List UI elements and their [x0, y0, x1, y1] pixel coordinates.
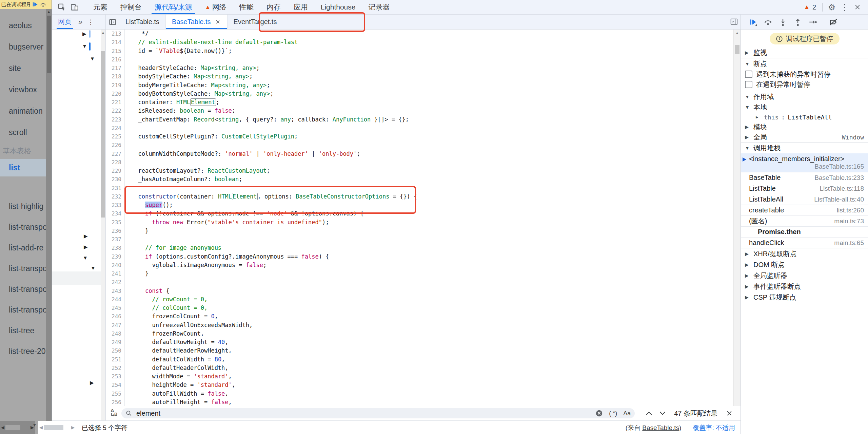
code-line[interactable]: 248 frozenRowCount, — [106, 329, 733, 338]
deactivate-breakpoints-icon[interactable] — [826, 16, 841, 28]
line-number[interactable]: 235 — [106, 218, 125, 227]
code-line[interactable]: 246 frozenColCount = 0, — [106, 312, 733, 321]
editor-file-tab[interactable]: EventTarget.ts — [228, 15, 283, 29]
code-line[interactable]: 239 if (options.customConfig?.imageAnony… — [106, 252, 733, 261]
resume-script-icon[interactable] — [746, 16, 761, 28]
clear-search-icon[interactable] — [595, 410, 603, 417]
toggle-debugger-sidebar-icon[interactable] — [730, 17, 738, 26]
line-number[interactable]: 239 — [106, 252, 125, 261]
search-field[interactable]: (.*) Aa — [121, 408, 635, 418]
code-line[interactable]: 243 const { — [106, 287, 733, 295]
code-line[interactable]: 216 — [106, 55, 733, 64]
sidebar-item[interactable]: list-transpo — [0, 217, 52, 238]
section-watch[interactable]: 监视 — [741, 47, 868, 58]
search-input[interactable] — [136, 409, 595, 418]
sidebar-item[interactable]: viewbox — [0, 79, 52, 100]
close-tab-icon[interactable] — [215, 19, 221, 25]
tree-collapsed-icon[interactable]: ▶ — [90, 380, 94, 386]
tree-expanded-icon[interactable]: ▼ — [90, 56, 95, 61]
code-line[interactable]: 214 // eslint-disable-next-line default-… — [106, 38, 733, 46]
line-number[interactable]: 238 — [106, 244, 125, 252]
devtools-panel-tab[interactable]: ▲ 源代码/来源 — [148, 0, 199, 14]
close-devtools-icon[interactable] — [851, 4, 864, 11]
sidebar-item[interactable]: list-tree — [0, 320, 52, 341]
tree-collapsed-icon[interactable]: ▶ — [84, 244, 88, 250]
code-line[interactable]: 221 container: HTMLElement; — [106, 98, 733, 107]
stack-frame[interactable]: createTable list.ts:260 — [741, 205, 868, 216]
scrollbar-thumb[interactable] — [735, 45, 739, 54]
sidebar-item[interactable]: aeolus — [0, 15, 52, 36]
line-number[interactable]: 230 — [106, 175, 125, 184]
sidebar-item[interactable]: list-transpo — [0, 279, 52, 300]
scroll-up-icon[interactable]: ▲ — [46, 9, 52, 15]
frame-location[interactable]: main.ts:65 — [831, 239, 864, 247]
breakpoint-option[interactable]: 遇到未捕获的异常时暂停 — [741, 69, 868, 79]
line-number[interactable]: 232 — [106, 192, 125, 201]
scroll-left-icon[interactable]: ◀ — [0, 425, 5, 430]
tree-expanded-icon[interactable]: ▼ — [91, 265, 96, 271]
code-line[interactable]: 249 defaultRowHeight = 40, — [106, 338, 733, 346]
stack-frame[interactable]: handleClick main.ts:65 — [741, 238, 868, 248]
code-line[interactable]: 232 constructor(container: HTMLElement, … — [106, 192, 733, 201]
line-number[interactable]: 214 — [106, 38, 125, 46]
devtools-panel-tab[interactable]: ▲ 网络 — [199, 0, 233, 14]
line-number[interactable]: 236 — [106, 227, 125, 235]
page-horizontal-scrollbar[interactable]: ◀ ▶ — [0, 421, 35, 434]
scope-global[interactable]: 全局 Window — [741, 132, 868, 142]
code-line[interactable]: 247 unfreezeAllOnExceedsMaxWidth, — [106, 321, 733, 329]
code-line[interactable]: 245 // colCount = 0, — [106, 304, 733, 312]
line-number[interactable]: 223 — [106, 115, 125, 124]
code-line[interactable]: 250 defaultHeaderRowHeight, — [106, 346, 733, 355]
line-number[interactable]: 246 — [106, 312, 125, 321]
sidebar-item-active[interactable]: list — [0, 159, 52, 176]
line-number[interactable]: 237 — [106, 235, 125, 244]
step-over-icon[interactable] — [761, 16, 775, 28]
line-number[interactable]: 253 — [106, 372, 125, 381]
code-line[interactable]: 224 — [106, 124, 733, 132]
devtools-panel-tab[interactable]: ▲ 性能 — [233, 0, 260, 14]
line-number[interactable]: 255 — [106, 390, 125, 398]
code-line[interactable]: 213 */ — [106, 30, 733, 38]
origin-file-link[interactable]: BaseTable.ts — [642, 424, 679, 431]
code-line[interactable]: 256 autoFillHeight = false, — [106, 398, 733, 406]
devtools-panel-tab[interactable]: ▲ 元素 — [87, 0, 114, 14]
line-number[interactable]: 249 — [106, 338, 125, 346]
code-line[interactable]: 252 defaultHeaderColWidth, — [106, 364, 733, 372]
line-number[interactable]: 256 — [106, 398, 125, 406]
line-number[interactable]: 245 — [106, 304, 125, 312]
code-line[interactable]: 227 columnWidthComputeMode?: 'normal' | … — [106, 150, 733, 158]
scope-module[interactable]: 模块 — [741, 122, 868, 132]
line-number[interactable]: 221 — [106, 98, 125, 107]
line-number[interactable]: 220 — [106, 90, 125, 98]
line-number[interactable]: 231 — [106, 184, 125, 192]
code-line[interactable]: 237 — [106, 235, 733, 244]
collapsed-section[interactable]: DOM 断点 — [741, 259, 868, 270]
more-tabs-icon[interactable]: » — [78, 18, 82, 26]
devtools-panel-tab[interactable]: ▲ 记录器 — [362, 0, 396, 14]
issues-badge[interactable]: ▲ 2 — [804, 3, 816, 11]
next-match-icon[interactable] — [656, 411, 669, 416]
devtools-panel-tab[interactable]: ▲ Lighthouse — [314, 0, 362, 14]
previous-match-icon[interactable] — [642, 411, 656, 416]
code-line[interactable]: 233 super(); — [106, 201, 733, 209]
line-number[interactable]: 216 — [106, 55, 125, 64]
sidebar-item[interactable]: bugserver — [0, 36, 52, 58]
code-line[interactable]: 242 — [106, 278, 733, 286]
line-number[interactable]: 224 — [106, 124, 125, 132]
line-number[interactable]: 240 — [106, 261, 125, 269]
section-callstack[interactable]: 调用堆栈 — [741, 143, 868, 153]
breakpoint-option[interactable]: 在遇到异常时暂停 — [741, 79, 868, 90]
sidebar-item[interactable]: list-add-re — [0, 238, 52, 258]
line-number[interactable]: 222 — [106, 107, 125, 115]
scroll-right-icon[interactable]: ▶ — [70, 425, 76, 430]
stack-frame[interactable]: Promise.then — [741, 227, 868, 238]
code-line[interactable]: 218 bodyStyleCache: Map<string, any>; — [106, 72, 733, 81]
line-number[interactable]: 217 — [106, 64, 125, 72]
code-line[interactable]: 215 id = `VTable${Date.now()}`; — [106, 47, 733, 55]
frame-location[interactable]: ListTable-all.ts:40 — [811, 196, 864, 203]
line-number[interactable]: 234 — [106, 209, 125, 218]
section-scope[interactable]: 作用域 — [741, 91, 868, 102]
navigator-vertical-scrollbar[interactable]: ▲ — [101, 30, 105, 420]
line-number[interactable]: 244 — [106, 295, 125, 304]
line-number[interactable]: 241 — [106, 269, 125, 278]
